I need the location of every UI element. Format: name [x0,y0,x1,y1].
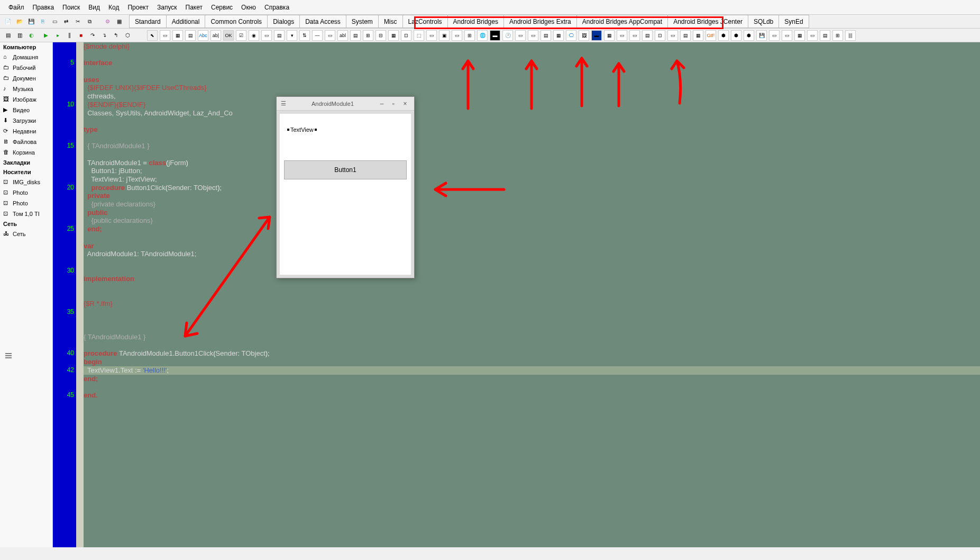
component-icon[interactable]: ⊡ [655,30,665,41]
component-icon[interactable]: ▤ [820,30,830,41]
palette-tab-syned[interactable]: SynEd [778,15,809,28]
save-file-icon[interactable]: 💾 [26,16,36,27]
menu-run[interactable]: Запуск [153,2,181,13]
component-icon[interactable]: ▭ [629,30,640,41]
toggle-form-icon[interactable]: ◐ [26,30,36,41]
component-icon[interactable]: 🖼 [579,30,589,41]
component-icon[interactable]: 💾 [756,30,767,41]
component-icon[interactable]: ⬢ [731,30,741,41]
sidebar-item-disk[interactable]: ⊡IMG_disks [0,177,52,187]
new-form-icon[interactable]: ▭ [49,16,60,27]
sidebar-item-music[interactable]: ♪Музыка [0,84,52,94]
component-icon[interactable]: ▭ [769,30,780,41]
component-icon[interactable]: 🖵 [566,30,576,41]
component-icon[interactable]: Abc [198,30,208,41]
sidebar-item-videos[interactable]: ▶Видео [0,105,52,115]
toggle-icon[interactable]: ⇄ [61,16,71,27]
open-file-icon[interactable]: 📂 [14,16,25,27]
component-icon[interactable]: ▭ [782,30,792,41]
component-icon[interactable]: ▭ [452,30,462,41]
component-icon[interactable]: ⊞ [363,30,373,41]
component-icon[interactable]: ▭ [515,30,526,41]
palette-tab-android-bridges-jcenter[interactable]: Android Bridges JCenter [667,15,748,28]
component-icon[interactable]: ab| [210,30,221,41]
component-icon[interactable]: OK [223,30,234,41]
sidebar-item-recent[interactable]: ⟳Недавни [0,126,52,137]
palette-tab-additional[interactable]: Additional [166,15,206,28]
component-icon[interactable]: ▭ [528,30,538,41]
menu-file[interactable]: Файл [4,2,29,13]
sidebar-item-desktop[interactable]: 🗀Рабочий [0,62,52,73]
sidebar-item-disk[interactable]: ⊡Том 1,0 ТI [0,209,52,219]
save-all-icon[interactable]: ⎘ [38,16,48,27]
component-icon[interactable]: ▤ [350,30,361,41]
component-icon[interactable]: ▦ [794,30,805,41]
menu-project[interactable]: Проект [123,2,153,13]
component-icon[interactable]: ⊞ [464,30,475,41]
fold-strip[interactable] [76,42,84,547]
minimize-icon[interactable]: – [377,99,387,109]
cut-icon[interactable]: ✂ [72,16,83,27]
component-icon[interactable]: ▣ [439,30,450,41]
component-icon[interactable]: ▤ [642,30,653,41]
component-icon[interactable]: ▭ [667,30,678,41]
component-icon[interactable]: ▭ [807,30,818,41]
sidebar-item-disk[interactable]: ⊡Photo [0,198,52,209]
maximize-icon[interactable]: ▫ [389,99,398,109]
component-icon[interactable]: ▾ [287,30,297,41]
copy-icon[interactable]: ⧉ [84,16,95,27]
component-icon[interactable]: ◉ [249,30,259,41]
menu-search[interactable]: Поиск [58,2,84,13]
component-icon[interactable]: ▭ [160,30,170,41]
hamburger-icon[interactable]: ☰ [281,100,286,107]
component-icon[interactable]: ▦ [553,30,564,41]
component-icon[interactable]: ▭ [325,30,335,41]
sidebar-item-pictures[interactable]: 🖼Изображ [0,94,52,105]
component-icon[interactable]: ⇅ [299,30,310,41]
component-icon[interactable]: ▭ [261,30,272,41]
config-icon[interactable]: ⚙ [102,16,113,27]
form-designer-window[interactable]: ☰ AndroidModule1 – ▫ × TextView Button1 [276,96,415,278]
component-icon[interactable]: — [312,30,323,41]
menu-view[interactable]: Вид [84,2,104,13]
component-icon[interactable]: ▭ [617,30,627,41]
textview-component[interactable]: TextView [288,125,316,134]
component-icon[interactable]: ▦ [388,30,399,41]
component-icon[interactable]: ||| [845,30,856,41]
component-icon[interactable]: ▦ [172,30,183,41]
code-editor[interactable]: 5101520253035404245 {$mode delphi}interf… [53,42,980,547]
button-component[interactable]: Button1 [284,160,407,179]
component-icon[interactable]: ⊡ [401,30,411,41]
menu-package[interactable]: Пакет [181,2,207,13]
sidebar-item-home[interactable]: ⌂Домашня [0,52,52,62]
new-file-icon[interactable]: 📄 [3,16,13,27]
component-icon[interactable]: abl [337,30,348,41]
sidebar-item-trash[interactable]: 🗑Корзина [0,147,52,158]
component-icon[interactable]: ▦ [693,30,703,41]
step-over-icon[interactable]: ↷ [87,30,98,41]
palette-tab-misc[interactable]: Misc [378,15,403,28]
component-icon[interactable]: ▬ [591,30,602,41]
hamburger-icon[interactable] [4,351,13,360]
component-icon[interactable]: ▤ [541,30,551,41]
palette-tab-android-bridges-appcompat[interactable]: Android Bridges AppCompat [576,15,668,28]
component-icon[interactable]: ▤ [680,30,691,41]
step-out-icon[interactable]: ↰ [111,30,121,41]
stop-icon[interactable]: ■ [76,30,86,41]
sidebar-item-documents[interactable]: 🗀Докумен [0,73,52,84]
component-icon[interactable]: ⬚ [414,30,424,41]
menu-edit[interactable]: Правка [29,2,59,13]
component-icon[interactable]: 🕐 [502,30,513,41]
palette-tab-sqldb[interactable]: SQLdb [748,15,779,28]
menu-help[interactable]: Справка [260,2,294,13]
component-icon[interactable]: ⊞ [832,30,843,41]
component-icon[interactable]: ▬ [490,30,500,41]
menu-tools[interactable]: Сервис [207,2,237,13]
designer-titlebar[interactable]: ☰ AndroidModule1 – ▫ × [277,97,414,111]
component-icon[interactable]: 🌐 [477,30,488,41]
component-icon[interactable]: ▦ [604,30,615,41]
step-into-icon[interactable]: ↴ [99,30,109,41]
component-icon[interactable]: ☑ [236,30,246,41]
run-icon[interactable]: ▶ [41,30,51,41]
component-icon[interactable]: ▤ [274,30,285,41]
